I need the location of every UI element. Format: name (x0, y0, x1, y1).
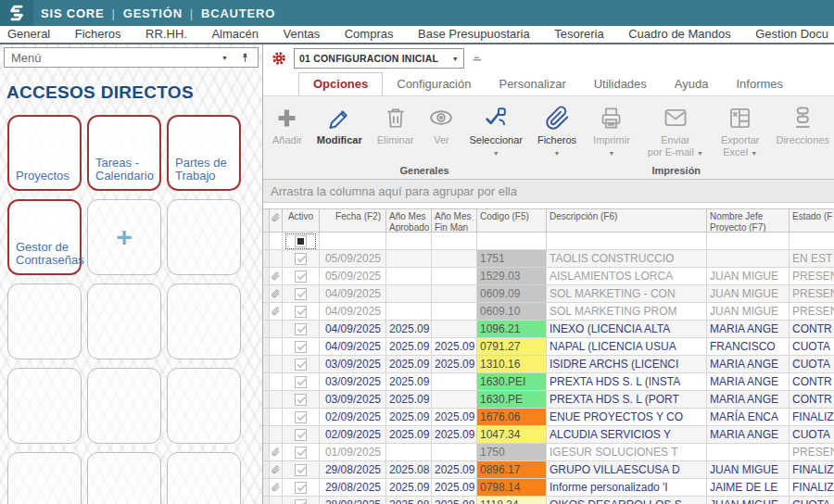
cell-fecha[interactable]: 04/09/2025 (320, 321, 386, 338)
chevron-down-icon[interactable]: ▼ (221, 55, 228, 61)
tab-informes[interactable]: Informes (722, 73, 797, 95)
cell-fecha[interactable]: 02/09/2025 (320, 426, 386, 444)
empty-shortcut-slot[interactable] (167, 199, 241, 275)
cell-clip[interactable] (270, 356, 283, 373)
cell-fin_man[interactable] (432, 250, 477, 268)
filter-cell-activo[interactable] (283, 233, 320, 250)
cell-fecha[interactable]: 28/08/2025 (320, 497, 386, 504)
cell-estado[interactable]: CUOTA (790, 356, 834, 373)
cell-aprobado[interactable]: 2025.09 (386, 409, 432, 426)
cell-codigo[interactable]: 1630.PE (477, 391, 547, 409)
cell-descripcion[interactable]: ENUE PROYECTOS Y CO (547, 409, 707, 426)
cell-descripcion[interactable]: ISIDRE ARCHS (LICENCI (547, 356, 707, 373)
cell-aprobado[interactable]: 2025.09 (386, 479, 432, 497)
cell-fecha[interactable]: 02/09/2025 (320, 409, 386, 426)
cell-jefe[interactable]: JUAN MIGUE (707, 461, 790, 479)
menu-item-cuadro-de-mandos[interactable]: Cuadro de Mandos (626, 27, 733, 41)
activo-checkbox[interactable] (295, 376, 307, 388)
activo-checkbox[interactable] (295, 306, 307, 318)
cell-codigo[interactable]: 1096.21 (477, 321, 547, 338)
cell-jefe[interactable]: MARIA ANGE (707, 373, 790, 391)
filter-cell-estado[interactable] (790, 233, 834, 250)
cell-jefe[interactable]: JUAN MIGUE (707, 303, 790, 321)
filter-cell-fecha[interactable] (320, 233, 386, 250)
table-row[interactable]: 29/08/20252025.082025.090896.17GRUPO VIL… (263, 461, 834, 479)
column-header-descripcion[interactable]: Descripción (F6) (547, 208, 707, 233)
select-button[interactable]: Seleccionar ▼ (461, 96, 529, 157)
menu-item-gestion-docu[interactable]: Gestion Docu (753, 27, 830, 41)
cell-activo[interactable] (283, 426, 320, 444)
cell-aprobado[interactable] (386, 250, 432, 268)
cell-jefe[interactable]: MARIA ANGE (707, 321, 790, 338)
cell-fin_man[interactable] (432, 391, 477, 409)
cell-activo[interactable] (283, 250, 320, 268)
cell-fin_man[interactable] (432, 321, 477, 338)
cell-aprobado[interactable]: 2025.08 (386, 497, 432, 504)
addresses-button[interactable]: Direcciones (768, 96, 834, 146)
table-row[interactable]: 05/09/20251751TAOLIS CONSTRUCCIOEN EST (263, 250, 834, 268)
add-button[interactable]: Añadir (265, 96, 310, 146)
cell-codigo[interactable]: 1047.34 (477, 426, 547, 444)
tab-utilidades[interactable]: Utilidades (580, 73, 661, 95)
cell-fecha[interactable]: 04/09/2025 (320, 338, 386, 356)
cell-jefe[interactable]: MARIA ANGE (707, 391, 790, 409)
export-excel-button[interactable]: Exportar Excel▼ (714, 96, 767, 158)
cell-descripcion[interactable]: GRUPO VILLAESCUSA D (547, 461, 707, 479)
cell-descripcion[interactable]: PREXTA HDS S. L (PORT (547, 391, 707, 409)
cell-estado[interactable]: CUOTA (790, 497, 834, 504)
cell-descripcion[interactable]: INEXO (LICENCIA ALTA (547, 321, 707, 338)
chevron-down-icon[interactable]: ▼ (452, 56, 459, 62)
customize-toolbar-icon[interactable] (471, 52, 485, 66)
activo-checkbox[interactable] (295, 411, 307, 423)
tab-personalizar[interactable]: Personalizar (485, 73, 579, 95)
cell-descripcion[interactable]: ALCUDIA SERVICIOS Y (547, 426, 707, 444)
cell-fin_man[interactable] (432, 444, 477, 461)
menu-item-ventas[interactable]: Ventas (281, 27, 322, 41)
cell-fecha[interactable]: 29/08/2025 (320, 479, 386, 497)
cell-descripcion[interactable]: TAOLIS CONSTRUCCIO (547, 250, 707, 268)
pin-icon[interactable] (239, 52, 251, 64)
cell-fin_man[interactable]: 2025.09 (432, 338, 477, 356)
cell-clip[interactable] (270, 391, 283, 409)
cell-codigo[interactable]: 1529.03 (477, 268, 547, 285)
activo-checkbox[interactable] (295, 394, 307, 406)
grid-filter-row[interactable] (263, 233, 834, 250)
filter-cell-fin_man[interactable] (432, 233, 477, 250)
cell-clip[interactable] (270, 409, 283, 426)
tab-ayuda[interactable]: Ayuda (661, 73, 723, 95)
filter-cell-codigo[interactable] (477, 233, 547, 250)
cell-estado[interactable]: CONTR (790, 391, 834, 409)
shortcut-tile-proyectos[interactable]: Proyectos (7, 115, 82, 191)
column-header-activo[interactable]: Activo (283, 208, 320, 233)
table-row[interactable]: 02/09/20252025.092025.091676.06ENUE PROY… (263, 409, 834, 426)
cell-clip[interactable] (270, 461, 283, 479)
menu-item-ficheros[interactable]: Ficheros (73, 27, 123, 41)
cell-activo[interactable] (283, 373, 320, 391)
cell-fin_man[interactable]: 2025.09 (432, 479, 477, 497)
cell-descripcion[interactable]: Informe personalizado 'I (547, 479, 707, 497)
table-row[interactable]: 28/08/20252025.082025.081118.34OIKOS DES… (263, 497, 834, 504)
cell-fin_man[interactable]: 2025.09 (432, 461, 477, 479)
cell-aprobado[interactable]: 2025.09 (386, 373, 432, 391)
cell-jefe[interactable] (707, 444, 790, 461)
cell-descripcion[interactable]: AISLAMIENTOS LORCA (547, 268, 707, 285)
cell-aprobado[interactable]: 2025.09 (386, 391, 432, 409)
cell-fin_man[interactable]: 2025.09 (432, 356, 477, 373)
cell-clip[interactable] (270, 268, 283, 285)
cell-clip[interactable] (270, 444, 283, 461)
empty-shortcut-slot[interactable] (87, 368, 161, 444)
cell-codigo[interactable]: 0791.27 (477, 338, 547, 356)
cell-estado[interactable]: EN EST (790, 250, 834, 268)
empty-shortcut-slot[interactable] (7, 368, 82, 444)
cell-fecha[interactable]: 03/09/2025 (320, 356, 386, 373)
cell-codigo[interactable]: 0609.10 (477, 303, 547, 321)
delete-button[interactable]: Eliminar (370, 96, 422, 146)
cell-descripcion[interactable]: NAPAL (LICENCIA USUA (547, 338, 707, 356)
cell-aprobado[interactable]: 2025.09 (386, 338, 432, 356)
cell-jefe[interactable] (707, 250, 790, 268)
cell-codigo[interactable]: 1630.PEI (477, 373, 547, 391)
add-shortcut-tile[interactable]: + (87, 199, 161, 275)
cell-fin_man[interactable]: 2025.09 (432, 426, 477, 444)
activo-filter-checkbox[interactable] (295, 235, 307, 247)
cell-fin_man[interactable] (432, 285, 477, 303)
